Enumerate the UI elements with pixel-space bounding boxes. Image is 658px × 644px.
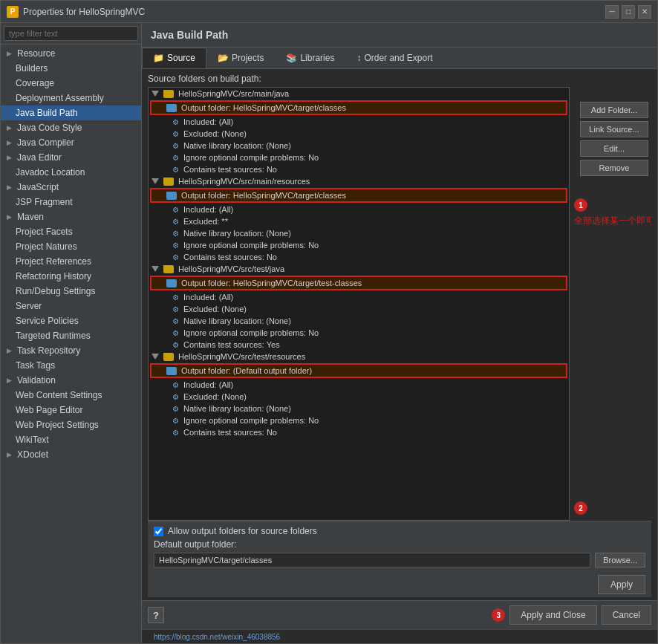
sidebar-item-label: Task Repository xyxy=(17,345,80,356)
tree-item[interactable]: ⚙ Excluded: (None) xyxy=(149,128,569,140)
tree-item[interactable]: HelloSpringMVC/src/test/java xyxy=(149,263,569,275)
bottom-section: Allow output folders for source folders … xyxy=(148,521,651,572)
sidebar-item-project-facets[interactable]: Project Facets xyxy=(1,224,141,239)
sidebar-item-web-page-editor[interactable]: Web Page Editor xyxy=(1,403,141,417)
panel-title: Java Build Path xyxy=(151,29,228,41)
tree-item[interactable]: ⚙ Excluded: ** xyxy=(149,215,569,227)
sidebar-item-web-content-settings[interactable]: Web Content Settings xyxy=(1,388,141,403)
filter-input[interactable] xyxy=(4,26,138,41)
close-button[interactable]: ✕ xyxy=(638,5,651,19)
tree-item[interactable]: ⚙ Contains test sources: No xyxy=(149,163,569,175)
sidebar-item-resource[interactable]: ▶ Resource xyxy=(1,46,141,61)
link-source-button[interactable]: Link Source... xyxy=(580,121,648,137)
tree-item-label: Included: (All) xyxy=(183,380,233,389)
tree-item[interactable]: ⚙ Ignore optional compile problems: No xyxy=(149,414,569,426)
tree-item[interactable]: ⚙ Native library location: (None) xyxy=(149,403,569,414)
prop-icon: ⚙ xyxy=(172,130,179,138)
url-bar: https://blog.csdn.net/weixin_46038856 xyxy=(142,629,657,643)
tree-item[interactable]: HelloSpringMVC/src/test/resources xyxy=(149,351,569,362)
sidebar-item-javascript[interactable]: ▶ JavaScript xyxy=(1,180,141,195)
allow-output-folders-checkbox[interactable] xyxy=(154,527,163,536)
tree-item-label: Contains test sources: No xyxy=(183,165,277,174)
tab-projects[interactable]: 📂 Projects xyxy=(206,48,275,68)
tree-item[interactable]: ⚙ Included: (All) xyxy=(149,116,569,128)
tree-item[interactable]: ⚙ Ignore optional compile problems: No xyxy=(149,327,569,339)
prop-icon: ⚙ xyxy=(172,166,179,174)
maximize-button[interactable]: □ xyxy=(622,5,635,19)
tree-item[interactable]: ⚙ Included: (All) xyxy=(149,204,569,215)
tree-item[interactable]: ⚙ Excluded: (None) xyxy=(149,303,569,315)
sidebar-item-label: Web Project Settings xyxy=(16,420,99,430)
cancel-button[interactable]: Cancel xyxy=(602,605,651,625)
sidebar-item-targeted-runtimes[interactable]: Targeted Runtimes xyxy=(1,328,141,343)
sidebar-item-project-natures[interactable]: Project Natures xyxy=(1,239,141,254)
tree-item[interactable]: HelloSpringMVC/src/main/resources xyxy=(149,175,569,187)
tree-item[interactable]: ⚙ Included: (All) xyxy=(149,379,569,391)
sidebar-item-project-references[interactable]: Project References xyxy=(1,254,141,269)
folder-icon xyxy=(163,353,174,361)
sidebar-item-xdoclet[interactable]: ▶ XDoclet xyxy=(1,447,141,462)
minimize-button[interactable]: ─ xyxy=(605,5,619,19)
tree-item[interactable]: ⚙ Contains test sources: No xyxy=(149,426,569,438)
tree-item[interactable]: ⚙ Contains test sources: No xyxy=(149,251,569,263)
tree-item[interactable]: ⚙ Included: (All) xyxy=(149,291,569,303)
sidebar-item-refactoring-history[interactable]: Refactoring History xyxy=(1,269,141,284)
source-tree[interactable]: HelloSpringMVC/src/main/java Output fold… xyxy=(148,87,570,521)
output-row-1[interactable]: Output folder: HelloSpringMVC/target/cla… xyxy=(150,100,567,115)
default-output-input[interactable] xyxy=(154,553,590,567)
sidebar-item-java-code-style[interactable]: ▶ Java Code Style xyxy=(1,120,141,135)
tree-item[interactable]: ⚙ Native library location: (None) xyxy=(149,227,569,239)
sidebar-item-label: Builders xyxy=(16,63,48,74)
tab-libraries[interactable]: 📚 Libraries xyxy=(275,48,345,68)
add-folder-button[interactable]: Add Folder... xyxy=(580,102,648,118)
help-button[interactable]: ? xyxy=(148,607,164,623)
sidebar-item-builders[interactable]: Builders xyxy=(1,61,141,76)
output-row-3[interactable]: Output folder: HelloSpringMVC/target/tes… xyxy=(150,276,567,290)
sidebar-item-task-tags[interactable]: Task Tags xyxy=(1,358,141,373)
panel-header: Java Build Path xyxy=(142,23,657,48)
browse-button[interactable]: Browse... xyxy=(595,553,645,567)
sidebar-item-javadoc-location[interactable]: Javadoc Location xyxy=(1,165,141,180)
sidebar-item-wikitext[interactable]: WikiText xyxy=(1,432,141,447)
sidebar-item-coverage[interactable]: Coverage xyxy=(1,76,141,91)
sidebar-item-web-project-settings[interactable]: Web Project Settings xyxy=(1,417,141,432)
tab-source[interactable]: 📁 Source xyxy=(142,48,206,68)
sidebar-item-java-editor[interactable]: ▶ Java Editor xyxy=(1,150,141,165)
prop-icon: ⚙ xyxy=(172,241,179,250)
sidebar-item-validation[interactable]: ▶ Validation xyxy=(1,373,141,388)
sidebar-item-label: Refactoring History xyxy=(16,271,91,282)
sidebar-item-service-policies[interactable]: Service Policies xyxy=(1,313,141,328)
sidebar-item-java-build-path[interactable]: Java Build Path xyxy=(1,105,141,120)
tree-item[interactable]: ⚙ Contains test sources: Yes xyxy=(149,339,569,351)
tree-item[interactable]: ⚙ Native library location: (None) xyxy=(149,315,569,327)
tree-item[interactable]: ⚙ Ignore optional compile problems: No xyxy=(149,239,569,251)
sidebar-item-deployment-assembly[interactable]: Deployment Assembly xyxy=(1,91,141,105)
tree-item-label: Native library location: (None) xyxy=(183,141,291,150)
remove-button[interactable]: Remove xyxy=(580,160,648,176)
tree-item-label: Ignore optional compile problems: No xyxy=(183,416,319,425)
sidebar-item-server[interactable]: Server xyxy=(1,299,141,313)
tree-item[interactable]: ⚙ Excluded: (None) xyxy=(149,391,569,403)
sidebar-item-task-repository[interactable]: ▶ Task Repository xyxy=(1,343,141,358)
sidebar-item-java-compiler[interactable]: ▶ Java Compiler xyxy=(1,135,141,150)
sidebar-item-run-debug-settings[interactable]: Run/Debug Settings xyxy=(1,284,141,299)
tree-item[interactable]: ⚙ Ignore optional compile problems: No xyxy=(149,152,569,163)
output-row-4[interactable]: Output folder: (Default output folder) xyxy=(150,363,567,378)
edit-button[interactable]: Edit... xyxy=(580,140,648,157)
sidebar-item-label: Java Code Style xyxy=(17,123,82,133)
tree-item[interactable]: HelloSpringMVC/src/main/java xyxy=(149,88,569,100)
expand-icon xyxy=(152,178,159,184)
output-label-4: Output folder: (Default output folder) xyxy=(181,366,312,375)
sidebar-item-jsp-fragment[interactable]: JSP Fragment xyxy=(1,195,141,209)
sidebar-item-maven[interactable]: ▶ Maven xyxy=(1,209,141,224)
tab-order-and-export[interactable]: ↕ Order and Export xyxy=(345,48,443,68)
tree-item[interactable]: ⚙ Native library location: (None) xyxy=(149,140,569,152)
sidebar-item-label: Project References xyxy=(16,256,91,267)
apply-and-close-button[interactable]: Apply and Close xyxy=(509,605,596,625)
prop-icon: ⚙ xyxy=(172,206,179,214)
sidebar-item-label: JavaScript xyxy=(17,182,59,192)
apply-button[interactable]: Apply xyxy=(598,575,645,594)
sidebar-item-label: Deployment Assembly xyxy=(16,93,104,103)
sidebar-item-label: Java Editor xyxy=(17,152,62,163)
output-row-2[interactable]: Output folder: HelloSpringMVC/target/cla… xyxy=(150,188,567,203)
